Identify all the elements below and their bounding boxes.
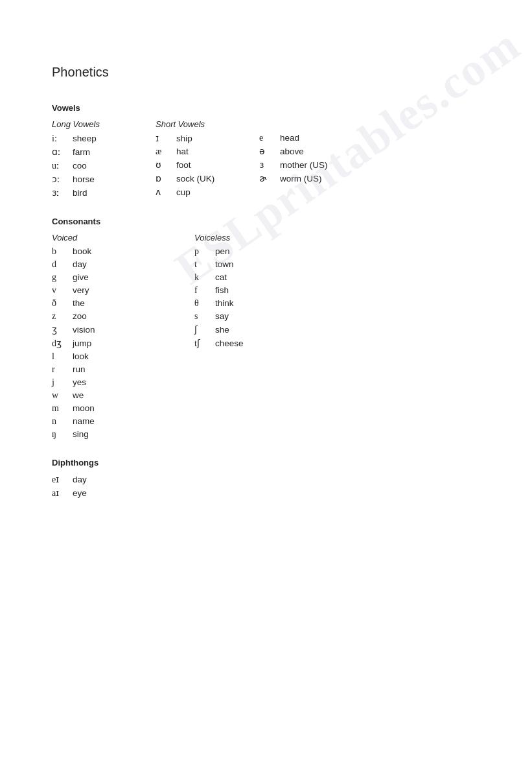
phonetic-symbol: ɪ	[156, 133, 176, 144]
list-item: ʒvision	[52, 324, 156, 335]
phonetic-word: above	[280, 147, 304, 156]
voiceless-header: Voiceless	[194, 233, 298, 243]
phonetic-symbol: tʃ	[194, 338, 215, 349]
list-item: iːsheep	[52, 133, 156, 144]
list-item: ɑːfarm	[52, 147, 156, 158]
list-item: ehead	[259, 133, 363, 143]
phonetic-symbol: r	[52, 364, 73, 375]
phonetic-symbol: ŋ	[52, 429, 73, 440]
consonants-section-title: Consonants	[52, 217, 480, 226]
phonetic-symbol: aɪ	[52, 488, 73, 499]
phonetic-symbol: ɜː	[52, 187, 73, 198]
voiceless-list: ppenttownkcatffishθthinkssayʃshetʃcheese	[194, 246, 298, 349]
voiced-header: Voiced	[52, 233, 156, 243]
list-item: ʃshe	[194, 324, 298, 335]
phonetic-word: give	[73, 272, 89, 282]
list-item: æhat	[156, 147, 259, 157]
list-item: ʌcup	[156, 187, 259, 198]
list-item: uːcoo	[52, 160, 156, 171]
list-item: ɚworm (US)	[259, 173, 363, 184]
short-vowels-col: Short Vowels ɪshipæhatʊfootɒsock (UK)ʌcu…	[156, 119, 259, 201]
phonetic-word: hat	[176, 147, 189, 156]
phonetic-symbol: s	[194, 311, 215, 322]
phonetic-word: the	[73, 298, 85, 308]
phonetic-word: farm	[73, 147, 90, 157]
phonetic-symbol: d	[52, 259, 73, 270]
list-item: dʒjump	[52, 338, 156, 349]
phonetic-symbol: æ	[156, 147, 176, 157]
page-container: ESLprintables.com Phonetics Vowels Long …	[0, 0, 532, 553]
phonetic-symbol: j	[52, 377, 73, 388]
phonetic-word: moon	[73, 403, 95, 413]
short-vowels-header: Short Vowels	[156, 119, 259, 129]
list-item: aɪeye	[52, 488, 480, 499]
phonetic-symbol: ʒ	[52, 324, 73, 335]
phonetic-symbol: ɔː	[52, 174, 73, 185]
consonants-section: Consonants Voiced bbookddayggivevveryðth…	[52, 217, 480, 442]
phonetic-symbol: k	[194, 272, 215, 283]
phonetic-symbol: ð	[52, 298, 73, 309]
phonetic-symbol: l	[52, 351, 73, 362]
diphthongs-section-title: Diphthongs	[52, 458, 480, 468]
vowels-section-title: Vowels	[52, 103, 480, 113]
phonetic-word: run	[73, 364, 86, 374]
phonetic-word: horse	[73, 174, 95, 184]
phonetic-symbol: e	[259, 133, 280, 143]
phonetic-word: she	[215, 325, 229, 335]
phonetic-word: cheese	[215, 338, 244, 348]
long-vowels-col: Long Vowels iːsheepɑːfarmuːcooɔːhorseɜːb…	[52, 119, 156, 201]
phonetic-word: say	[215, 311, 229, 321]
phonetic-word: zoo	[73, 311, 87, 321]
list-item: tʃcheese	[194, 338, 298, 349]
list-item: zzoo	[52, 311, 156, 322]
list-item: ʊfoot	[156, 160, 259, 171]
phonetic-symbol: n	[52, 416, 73, 427]
page-title: Phonetics	[52, 65, 480, 80]
phonetic-word: bird	[73, 188, 87, 198]
phonetic-symbol: θ	[194, 298, 215, 309]
phonetic-symbol: iː	[52, 133, 73, 144]
long-vowels-header: Long Vowels	[52, 119, 156, 129]
list-item: dday	[52, 259, 156, 270]
list-item: ɜːbird	[52, 187, 156, 198]
phonetic-symbol: ə	[259, 146, 280, 157]
phonetic-symbol: ɒ	[156, 173, 176, 184]
voiced-list: bbookddayggivevveryðthezzooʒvisiondʒjump…	[52, 246, 156, 440]
phonetic-word: cat	[215, 272, 227, 282]
list-item: ppen	[194, 246, 298, 257]
list-item: ŋsing	[52, 429, 156, 440]
phonetic-word: sock (UK)	[176, 174, 214, 184]
list-item: θthink	[194, 298, 298, 309]
phonetic-word: sheep	[73, 134, 97, 143]
list-item: bbook	[52, 246, 156, 257]
phonetic-symbol: ʊ	[156, 160, 176, 171]
list-item: llook	[52, 351, 156, 362]
voiceless-col: Voiceless ppenttownkcatffishθthinkssayʃs…	[194, 233, 298, 442]
list-item: ðthe	[52, 298, 156, 309]
phonetic-word: eye	[73, 488, 87, 498]
phonetic-symbol: ʌ	[156, 187, 176, 198]
phonetic-symbol: eɪ	[52, 474, 73, 485]
vowels-section: Vowels Long Vowels iːsheepɑːfarmuːcooɔːh…	[52, 103, 480, 201]
phonetic-word: fish	[215, 285, 229, 295]
phonetic-word: very	[73, 285, 89, 295]
phonetic-word: day	[73, 259, 87, 269]
phonetic-word: head	[280, 133, 299, 143]
consonants-grid: Voiced bbookddayggivevveryðthezzooʒvisio…	[52, 233, 480, 442]
phonetic-word: ship	[176, 134, 192, 143]
phonetic-word: vision	[73, 325, 95, 335]
phonetic-word: yes	[73, 377, 86, 387]
phonetic-symbol: v	[52, 285, 73, 296]
phonetic-word: mother (US)	[280, 160, 328, 170]
phonetic-symbol: uː	[52, 160, 73, 171]
list-item: kcat	[194, 272, 298, 283]
phonetic-symbol: w	[52, 390, 73, 401]
list-item: ɪship	[156, 133, 259, 144]
list-item: ffish	[194, 285, 298, 296]
list-item: ɒsock (UK)	[156, 173, 259, 184]
phonetic-symbol: m	[52, 403, 73, 414]
phonetic-word: book	[73, 246, 91, 256]
list-item: jyes	[52, 377, 156, 388]
phonetic-word: worm (US)	[280, 174, 322, 184]
phonetic-word: jump	[73, 338, 91, 348]
